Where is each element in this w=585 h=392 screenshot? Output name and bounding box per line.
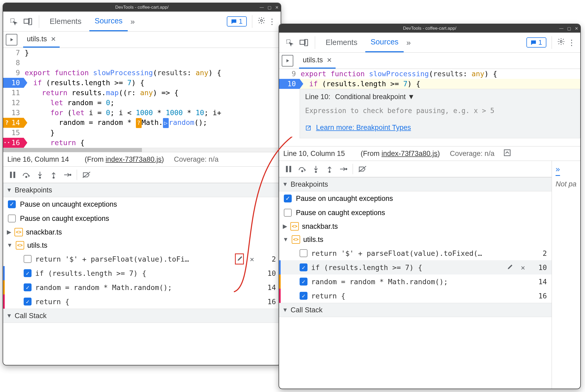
step-over-icon[interactable] (20, 169, 32, 181)
inspect-icon[interactable] (284, 37, 295, 48)
maximize-icon[interactable]: ▢ (268, 5, 271, 10)
breakpoint-row[interactable]: ✓return {16 (3, 294, 281, 309)
edit-breakpoint-icon[interactable] (235, 253, 244, 264)
step-icon[interactable] (337, 163, 349, 175)
deactivate-breakpoints-icon[interactable] (81, 169, 92, 181)
remove-breakpoint-icon[interactable]: ✕ (248, 255, 256, 263)
checkbox-checked-icon[interactable]: ✓ (300, 292, 307, 300)
code-editor[interactable]: 7}89export function slowProcessing(resul… (3, 48, 281, 148)
navigator-toggle-icon[interactable] (6, 34, 17, 45)
deactivate-breakpoints-icon[interactable] (357, 163, 368, 175)
close-icon[interactable]: ✕ (575, 26, 578, 31)
code-line[interactable]: 11 return results.map((r: any) => { (3, 88, 281, 98)
section-callstack[interactable]: ▼ Call Stack (279, 303, 552, 317)
breakpoint-row[interactable]: ✓if (results.length >= 7) {✕10 (279, 260, 552, 274)
coverage-toggle-icon[interactable] (503, 149, 511, 159)
device-toggle-icon[interactable] (298, 37, 310, 48)
breakpoint-row[interactable]: return '$' + parseFloat(value).toFi…✕2 (3, 252, 281, 266)
checkbox-checked-icon[interactable]: ✓ (24, 283, 32, 291)
messages-badge[interactable]: 1 (227, 16, 247, 27)
code-line[interactable]: 9export function slowProcessing(results:… (279, 69, 580, 79)
window-titlebar[interactable]: DevTools - coffee-cart.app/ — ▢ ✕ (279, 24, 580, 33)
code-editor[interactable]: 9export function slowProcessing(results:… (279, 69, 580, 89)
section-breakpoints[interactable]: ▼ Breakpoints (3, 183, 281, 197)
maximize-icon[interactable]: ▢ (567, 26, 571, 31)
section-callstack[interactable]: ▼ Call Stack (3, 309, 281, 323)
source-origin-link[interactable]: index-73f73a80.js (106, 155, 162, 163)
code-line[interactable]: 12 let random = 0; (3, 98, 281, 108)
horizontal-scrollbar[interactable] (3, 148, 281, 152)
code-line[interactable]: 10 if (results.length >= 7) { (279, 79, 580, 89)
pause-icon[interactable] (283, 163, 294, 175)
device-toggle-icon[interactable] (22, 16, 34, 27)
bp-type-dropdown[interactable]: Conditional breakpoint ▼ (335, 93, 415, 101)
breakpoint-row[interactable]: ✓random = random * Math.random();14 (3, 280, 281, 294)
step-into-icon[interactable] (310, 163, 322, 175)
pause-caught-row[interactable]: Pause on caught exceptions (3, 211, 281, 226)
breakpoint-row[interactable]: return '$' + parseFloat(value).toFixed(…… (279, 246, 552, 260)
edit-breakpoint-icon[interactable] (506, 263, 515, 272)
checkbox-checked-icon[interactable]: ✓ (24, 269, 32, 277)
pause-icon[interactable] (7, 169, 18, 181)
messages-badge[interactable]: 1 (526, 37, 546, 48)
code-line[interactable]: 10 if (results.length >= 7) { (3, 78, 281, 88)
source-origin-link[interactable]: index-73f73a80.js (382, 150, 438, 157)
checkbox-checked-icon[interactable]: ✓ (300, 278, 307, 286)
step-icon[interactable] (61, 169, 73, 181)
code-line[interactable]: 13 for (let i = 0; i < 1000 * 1000 * 10;… (3, 108, 281, 118)
file-group-utils[interactable]: ▼ <> utils.ts (3, 239, 281, 252)
code-line[interactable]: 8 (3, 58, 281, 68)
file-group-snackbar[interactable]: ▶ <> snackbar.ts (279, 220, 552, 233)
more-tabs-icon[interactable]: » (406, 38, 411, 47)
settings-icon[interactable] (557, 38, 565, 47)
checkbox-unchecked-icon[interactable] (300, 249, 307, 257)
learn-more-link[interactable]: Learn more: Breakpoint Types (316, 124, 411, 131)
checkbox-checked-icon[interactable]: ✓ (300, 263, 307, 271)
minimize-icon[interactable]: — (260, 5, 264, 10)
step-out-icon[interactable] (48, 169, 59, 181)
file-tab-utils[interactable]: utils.ts ✕ (23, 32, 60, 48)
step-over-icon[interactable] (296, 163, 308, 175)
settings-icon[interactable] (258, 17, 265, 26)
tab-sources[interactable]: Sources (365, 33, 404, 52)
kebab-menu-icon[interactable]: ⋮ (268, 17, 276, 26)
checkbox-unchecked-icon[interactable] (24, 255, 32, 263)
breakpoint-row[interactable]: ✓return {16 (279, 289, 552, 303)
code-line[interactable]: 15 } (3, 128, 281, 138)
file-tab-utils[interactable]: utils.ts ✕ (299, 53, 336, 69)
code-line[interactable]: 16·· return { (3, 138, 281, 148)
checkbox-checked-icon[interactable]: ✓ (8, 200, 16, 208)
checkbox-unchecked-icon[interactable] (284, 209, 292, 217)
tab-elements[interactable]: Elements (320, 33, 363, 52)
close-tab-icon[interactable]: ✕ (51, 35, 56, 43)
breakpoint-row[interactable]: ✓if (results.length >= 7) {10 (3, 266, 281, 280)
close-tab-icon[interactable]: ✕ (327, 57, 332, 64)
tab-elements[interactable]: Elements (44, 12, 87, 31)
bp-condition-input[interactable]: Expression to check before pausing, e.g.… (305, 106, 575, 116)
step-out-icon[interactable] (324, 163, 335, 175)
checkbox-checked-icon[interactable]: ✓ (284, 195, 292, 202)
file-group-snackbar[interactable]: ▶ <> snackbar.ts (3, 226, 281, 239)
checkbox-unchecked-icon[interactable] (8, 215, 16, 222)
tab-sources[interactable]: Sources (89, 12, 128, 31)
window-titlebar[interactable]: DevTools - coffee-cart.app/ — ▢ ✕ (3, 3, 281, 12)
kebab-menu-icon[interactable]: ⋮ (568, 38, 576, 47)
minimize-icon[interactable]: — (559, 26, 563, 31)
inspect-icon[interactable] (8, 16, 19, 27)
close-icon[interactable]: ✕ (275, 5, 279, 10)
checkbox-checked-icon[interactable]: ✓ (24, 298, 32, 306)
more-tabs-icon[interactable]: » (130, 17, 135, 26)
file-group-utils[interactable]: ▼ <> utils.ts (279, 233, 552, 246)
code-line[interactable]: 7} (3, 48, 281, 58)
section-breakpoints[interactable]: ▼ Breakpoints (279, 177, 552, 191)
more-tabs-icon[interactable]: » (556, 165, 560, 176)
remove-breakpoint-icon[interactable]: ✕ (519, 263, 527, 272)
code-line[interactable]: 14? random = random * ?Math.▷random(); (3, 118, 281, 128)
breakpoint-row[interactable]: ✓random = random * Math.random();14 (279, 274, 552, 289)
code-line[interactable]: 9export function slowProcessing(results:… (3, 68, 281, 78)
step-into-icon[interactable] (34, 169, 46, 181)
navigator-toggle-icon[interactable] (282, 55, 293, 67)
pause-uncaught-row[interactable]: ✓ Pause on uncaught exceptions (3, 197, 281, 211)
pause-uncaught-row[interactable]: ✓ Pause on uncaught exceptions (279, 191, 552, 206)
pause-caught-row[interactable]: Pause on caught exceptions (279, 206, 552, 220)
